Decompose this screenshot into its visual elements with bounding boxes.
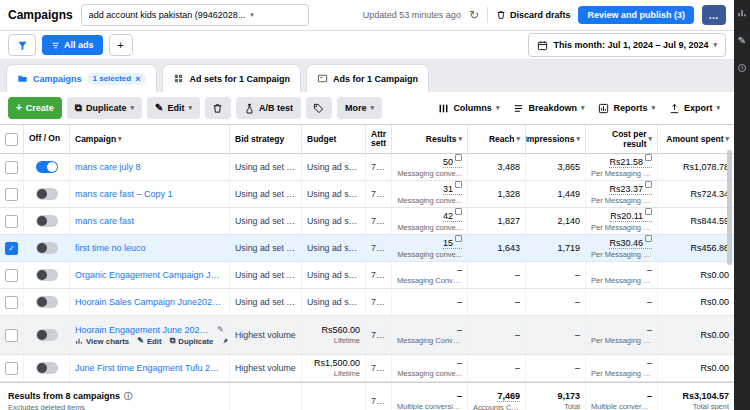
bid-strategy-value: Highest volume bbox=[235, 363, 296, 373]
row-checkbox[interactable] bbox=[5, 188, 18, 201]
more-button[interactable]: More ▾ bbox=[337, 97, 382, 119]
campaign-cell: Hoorain Engagement June 2024 ToFu ✎ View… bbox=[70, 316, 230, 354]
campaign-toggle[interactable] bbox=[36, 269, 58, 281]
duplicate-button[interactable]: ⧉ Duplicate ▾ bbox=[67, 97, 142, 119]
results-value: – bbox=[457, 325, 462, 335]
date-range-selector[interactable]: This month: Jul 1, 2024 – Jul 9, 2024 ▾ bbox=[528, 33, 726, 57]
filter-bar: All ads + This month: Jul 1, 2024 – Jul … bbox=[0, 31, 734, 60]
discard-drafts-button[interactable]: Discard drafts bbox=[496, 10, 571, 20]
column-header-amount-spent[interactable]: Amount spent▾ bbox=[658, 125, 734, 153]
column-header-budget[interactable]: Budget bbox=[302, 125, 366, 153]
tag-button[interactable] bbox=[306, 97, 332, 119]
filters-button[interactable] bbox=[8, 34, 36, 56]
history-panel-button[interactable] bbox=[737, 63, 747, 73]
edit-name-pencil-icon[interactable]: ✎ bbox=[217, 325, 224, 334]
edit-action[interactable]: ✎Edit bbox=[137, 337, 161, 346]
results-cell: –Messaging Convers... bbox=[392, 262, 468, 288]
create-button[interactable]: + Create bbox=[8, 97, 62, 119]
table-row[interactable]: Organic Engagement Campaign June 2024 Mo… bbox=[0, 262, 734, 289]
attribution-value: 7-... bbox=[371, 162, 386, 172]
add-filter-button[interactable]: + bbox=[109, 34, 133, 56]
campaign-cell: Hoorain Sales Campaign June2024 BoFU bbox=[70, 289, 230, 315]
reach-cell: 1,827 bbox=[468, 208, 526, 234]
table-row[interactable]: ✓ first time no leuco Using ad set bid .… bbox=[0, 235, 734, 262]
table-row[interactable]: Hoorain Sales Campaign June2024 BoFU Usi… bbox=[0, 289, 734, 316]
duplicate-action[interactable]: ⧉Duplicate bbox=[170, 337, 214, 346]
campaign-toggle[interactable] bbox=[36, 362, 58, 374]
campaign-toggle[interactable] bbox=[36, 161, 58, 173]
campaign-toggle[interactable] bbox=[36, 296, 58, 308]
export-button[interactable]: Export ▾ bbox=[663, 97, 726, 119]
review-publish-button[interactable]: Review and publish (3) bbox=[578, 6, 694, 24]
column-header-results[interactable]: Results▾ bbox=[392, 125, 468, 153]
row-checkbox[interactable]: ✓ bbox=[5, 242, 18, 255]
spent-value: Rs456.86 bbox=[690, 243, 729, 253]
table-row[interactable]: mans care fast Using ad set bid ... Usin… bbox=[0, 208, 734, 235]
impressions-cell: 1,719 bbox=[526, 235, 586, 261]
pin-action[interactable]: Pin bbox=[221, 337, 230, 346]
row-checkbox[interactable] bbox=[5, 269, 18, 282]
toggle-knob bbox=[37, 270, 47, 280]
select-all-checkbox[interactable] bbox=[5, 133, 18, 146]
reports-button[interactable]: Reports ▾ bbox=[592, 97, 661, 119]
results-cell: 15Messaging conve... bbox=[392, 235, 468, 261]
column-header-campaign[interactable]: Campaign▾ bbox=[70, 125, 230, 153]
column-header-impressions[interactable]: Impressions▾ bbox=[526, 125, 586, 153]
campaign-name-link[interactable]: mans care fast bbox=[75, 216, 224, 226]
columns-button[interactable]: Columns ▾ bbox=[432, 97, 505, 119]
campaign-name-link[interactable]: Hoorain Sales Campaign June2024 BoFU bbox=[75, 297, 224, 307]
column-header-reach[interactable]: Reach▾ bbox=[468, 125, 526, 153]
attribution-value: 7-... bbox=[371, 396, 386, 406]
vertical-scrollbar[interactable] bbox=[727, 150, 732, 265]
tab-ad-sets[interactable]: Ad sets for 1 Campaign bbox=[162, 64, 301, 92]
breakdown-button[interactable]: Breakdown ▾ bbox=[507, 97, 590, 119]
campaign-name-link[interactable]: mans care july 8 bbox=[75, 162, 224, 172]
toggle-knob bbox=[37, 189, 47, 199]
campaign-toggle[interactable] bbox=[36, 242, 58, 254]
campaign-name-link[interactable]: first time no leuco bbox=[75, 243, 224, 253]
tab-campaigns[interactable]: Campaigns 1 selected × bbox=[6, 64, 157, 92]
campaign-name-link[interactable]: June First time Engagment Tufu 2024 bbox=[75, 363, 224, 373]
row-checkbox[interactable] bbox=[5, 161, 18, 174]
table-row[interactable]: Hoorain Engagement June 2024 ToFu ✎ View… bbox=[0, 316, 734, 355]
row-toggle-cell bbox=[24, 262, 70, 288]
column-header-bid-strategy[interactable]: Bid strategy bbox=[230, 125, 302, 153]
edit-button[interactable]: ✎ Edit ▾ bbox=[147, 97, 200, 119]
sort-caret-icon: ▾ bbox=[648, 135, 652, 143]
campaign-name-link[interactable]: mans care fast – Copy 1 bbox=[75, 189, 224, 199]
campaign-name-link[interactable]: Organic Engagement Campaign June 2024 Mo… bbox=[75, 270, 224, 280]
budget-value: Using ad set bud... bbox=[307, 297, 360, 307]
ab-test-button[interactable]: A/B test bbox=[236, 97, 301, 119]
open-charts-button[interactable] bbox=[737, 8, 747, 18]
row-checkbox[interactable] bbox=[5, 296, 18, 309]
row-checkbox[interactable] bbox=[5, 329, 18, 342]
cost-value: – bbox=[647, 265, 652, 275]
row-toggle-cell bbox=[24, 316, 70, 354]
campaign-name-link[interactable]: Hoorain Engagement June 2024 ToFu bbox=[75, 325, 213, 335]
close-icon[interactable]: × bbox=[135, 74, 140, 84]
campaign-toggle[interactable] bbox=[36, 188, 58, 200]
all-ads-filter-chip[interactable]: All ads bbox=[42, 35, 103, 55]
account-selector[interactable]: add account kids pakistan (99462028... ▾ bbox=[81, 4, 309, 26]
cost-per-result-cell: –Per Messaging Con... bbox=[586, 316, 658, 354]
more-options-button[interactable]: … bbox=[702, 5, 726, 25]
budget-value: Using ad set bud... bbox=[307, 270, 360, 280]
column-header-cost-per-result[interactable]: Cost per result▾ bbox=[586, 125, 658, 153]
budget-note: Lifetime bbox=[334, 369, 360, 378]
row-checkbox[interactable] bbox=[5, 215, 18, 228]
campaign-toggle[interactable] bbox=[36, 215, 58, 227]
cost-value: – bbox=[647, 297, 652, 307]
row-checkbox[interactable] bbox=[5, 362, 18, 375]
delete-button[interactable] bbox=[205, 97, 231, 119]
edit-panel-button[interactable]: ✎ bbox=[738, 35, 746, 46]
tab-ads[interactable]: Ads for 1 Campaign bbox=[306, 64, 429, 92]
refresh-button[interactable]: ↻ bbox=[469, 9, 479, 21]
column-header-attribution[interactable]: Attr sett bbox=[366, 125, 392, 153]
view-charts-action[interactable]: View charts bbox=[75, 337, 129, 346]
table-row[interactable]: mans care fast – Copy 1 Using ad set bid… bbox=[0, 181, 734, 208]
selected-count-badge[interactable]: 1 selected × bbox=[87, 73, 147, 85]
campaign-toggle[interactable] bbox=[36, 329, 58, 341]
info-icon[interactable]: ⓘ bbox=[124, 391, 132, 402]
table-row[interactable]: mans care july 8 Using ad set bid ... Us… bbox=[0, 154, 734, 181]
table-row[interactable]: June First time Engagment Tufu 2024 High… bbox=[0, 355, 734, 382]
